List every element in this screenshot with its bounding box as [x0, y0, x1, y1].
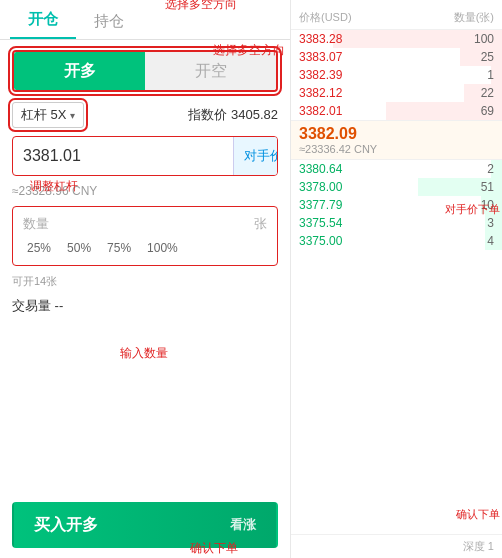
panel-body: 选择多空方向 开多 开空 杠杆 5X ▾ 指数价 3405.82 调整杠杆 对手…	[0, 40, 290, 558]
sell-price-3: 3382.12	[299, 86, 342, 100]
buy-price-1: 3378.00	[299, 180, 342, 194]
tab-open[interactable]: 开仓	[10, 0, 76, 39]
pct-75[interactable]: 75%	[103, 239, 135, 257]
mid-price-cny: ≈23336.42 CNY	[299, 143, 494, 155]
sell-qty-4: 69	[481, 104, 494, 118]
buy-price-2: 3377.79	[299, 198, 342, 212]
buy-qty-4: 4	[487, 234, 494, 248]
buy-qty-1: 51	[481, 180, 494, 194]
leverage-badge[interactable]: 杠杆 5X ▾	[12, 102, 84, 128]
depth-footer: 深度 1	[291, 534, 502, 558]
sell-qty-2: 1	[487, 68, 494, 82]
btn-buy-sub: 看涨	[230, 516, 256, 534]
btn-long[interactable]: 开多	[14, 52, 145, 90]
buy-row-1: 3378.00 51	[291, 178, 502, 196]
pct-25[interactable]: 25%	[23, 239, 55, 257]
order-book-header: 价格(USD) 数量(张)	[291, 0, 502, 30]
buy-row-2: 3377.79 10	[291, 196, 502, 214]
buy-row-3: 3375.54 3	[291, 214, 502, 232]
quantity-label: 数量	[23, 215, 49, 233]
mid-price-value: 3382.09	[299, 125, 494, 143]
percent-buttons: 25% 50% 75% 100%	[23, 239, 267, 257]
btn-short[interactable]: 开空	[145, 52, 276, 90]
col-qty-header: 数量(张)	[454, 10, 494, 25]
buy-qty-0: 2	[487, 162, 494, 176]
sell-row-2: 3382.39 1	[291, 66, 502, 84]
col-price-header: 价格(USD)	[299, 10, 352, 25]
dropdown-icon: ▾	[70, 110, 75, 121]
buy-qty-2: 10	[481, 198, 494, 212]
leverage-row: 杠杆 5X ▾ 指数价 3405.82	[12, 102, 278, 128]
index-price: 指数价 3405.82	[188, 106, 278, 124]
btn-buy-main: 买入开多	[34, 515, 98, 536]
mid-price: 3382.09 ≈23336.42 CNY	[291, 120, 502, 160]
sell-qty-3: 22	[481, 86, 494, 100]
sell-row-0: 3383.28 100	[291, 30, 502, 48]
right-panel: 价格(USD) 数量(张) 3383.28 100 3383.07 25 338…	[290, 0, 502, 558]
buy-qty-3: 3	[487, 216, 494, 230]
order-book-rows: 3383.28 100 3383.07 25 3382.39 1 3382.12…	[291, 30, 502, 534]
direction-toggle: 开多 开空	[12, 50, 278, 92]
available-info: 可开14张	[12, 274, 278, 289]
pct-100[interactable]: 100%	[143, 239, 182, 257]
sell-row-1: 3383.07 25	[291, 48, 502, 66]
tab-hold[interactable]: 持仓	[76, 2, 142, 39]
buy-row-0: 3380.64 2	[291, 160, 502, 178]
price-input[interactable]	[13, 147, 233, 165]
pct-50[interactable]: 50%	[63, 239, 95, 257]
quantity-unit: 张	[254, 215, 267, 233]
buy-price-0: 3380.64	[299, 162, 342, 176]
quantity-header: 数量 张	[23, 215, 267, 233]
buy-row-4: 3375.00 4	[291, 232, 502, 250]
sell-price-0: 3383.28	[299, 32, 342, 46]
left-panel: 开仓 持仓 选择多空方向 选择多空方向 开多 开空 杠杆 5X ▾ 指数价 34…	[0, 0, 290, 558]
trading-vol: 交易量 --	[12, 297, 278, 315]
annotation-qty: 输入数量	[120, 345, 168, 362]
quantity-box: 数量 张 25% 50% 75% 100%	[12, 206, 278, 266]
btn-counter-price[interactable]: 对手价	[233, 137, 278, 175]
btn-buy[interactable]: 买入开多 看涨	[12, 502, 278, 548]
sell-row-3: 3382.12 22	[291, 84, 502, 102]
tabs: 开仓 持仓 选择多空方向	[0, 0, 290, 40]
leverage-label: 杠杆 5X	[21, 106, 67, 124]
sell-price-4: 3382.01	[299, 104, 342, 118]
sell-qty-0: 100	[474, 32, 494, 46]
sell-qty-1: 25	[481, 50, 494, 64]
sell-row-4: 3382.01 69	[291, 102, 502, 120]
buy-price-4: 3375.00	[299, 234, 342, 248]
sell-price-2: 3382.39	[299, 68, 342, 82]
annotation-confirm-right: 确认下单	[456, 507, 500, 522]
sell-price-1: 3383.07	[299, 50, 342, 64]
price-row: 对手价	[12, 136, 278, 176]
annotation-direction: 选择多空方向	[165, 0, 237, 13]
buy-price-3: 3375.54	[299, 216, 342, 230]
price-sub-info: ≈23328.96 CNY	[12, 184, 278, 198]
